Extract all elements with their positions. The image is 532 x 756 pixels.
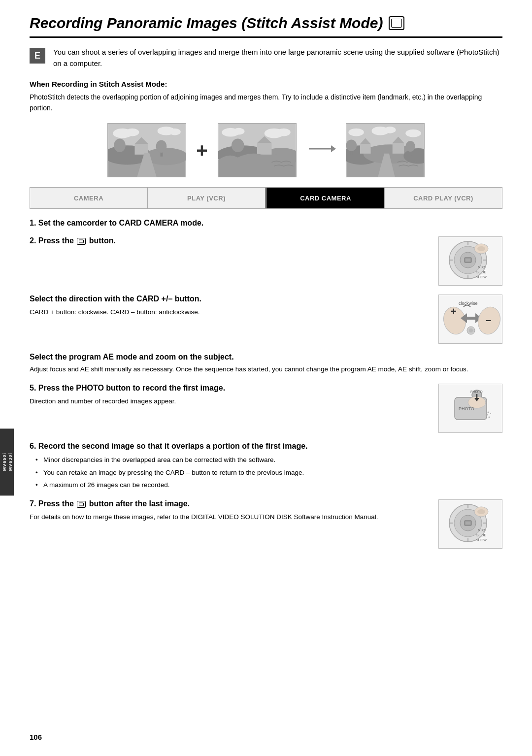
step-1-heading: 1. Set the camcorder to CARD CAMERA mode…: [30, 219, 502, 228]
svg-point-78: [490, 413, 491, 414]
step-6-bullets: Minor discrepancies in the overlapped ar…: [35, 455, 502, 491]
step-3-body: CARD + button: clockwise. CARD – button:…: [30, 307, 431, 318]
svg-text:SHOW: SHOW: [476, 538, 487, 542]
svg-rect-86: [466, 522, 470, 525]
when-recording-body: PhotoStitch detects the overlapping port…: [30, 92, 502, 113]
step-5-body: Direction and number of recorded images …: [30, 396, 431, 407]
mode-tabs: CAMERA PLAY (VCR) CARD CAMERA CARD PLAY …: [30, 187, 502, 209]
page-title: Recording Panoramic Images (Stitch Assis…: [30, 15, 502, 38]
svg-point-14: [169, 129, 181, 135]
stitch-end-icon: [77, 501, 86, 508]
svg-text:PHOTO: PHOTO: [470, 390, 483, 394]
svg-text:SHOW: SHOW: [476, 275, 487, 279]
intro-text: You can shoot a series of overlapping im…: [53, 47, 502, 69]
svg-text:–: –: [486, 314, 491, 325]
step-3-text: Select the direction with the CARD +/– b…: [30, 295, 431, 318]
step-2-heading: 2. Press the button.: [30, 236, 431, 245]
svg-point-76: [488, 416, 490, 418]
step-7-text: 7. Press the button after the last image…: [30, 499, 431, 523]
svg-rect-20: [257, 143, 271, 155]
page-number: 106: [30, 733, 42, 741]
step-7-heading: 7. Press the button after the last image…: [30, 499, 431, 508]
svg-point-44: [348, 129, 364, 136]
step-2-image: MIX/ SLIDE SHOW: [438, 236, 502, 286]
pano-arrow: [306, 140, 336, 161]
step-2-row: 2. Press the button. MIX/: [30, 236, 502, 286]
step-5: 5. Press the PHOTO button to record the …: [30, 384, 502, 433]
step-5-image: PHOTO PHOTO: [438, 384, 502, 433]
svg-rect-36: [360, 144, 371, 154]
step-5-heading: 5. Press the PHOTO button to record the …: [30, 384, 431, 393]
step-1: 1. Set the camcorder to CARD CAMERA mode…: [30, 219, 502, 228]
svg-point-43: [405, 141, 415, 152]
step-2: 2. Press the button. MIX/: [30, 236, 502, 286]
svg-point-27: [277, 129, 290, 136]
svg-text:SLIDE: SLIDE: [476, 270, 487, 274]
svg-point-41: [346, 140, 357, 152]
bullet-3: A maximum of 26 images can be recorded.: [35, 480, 502, 491]
step-3-image: + – clockwise: [438, 295, 502, 344]
svg-point-67: [469, 329, 473, 332]
tab-card-play-vcr[interactable]: CARD PLAY (VCR): [385, 188, 502, 208]
plus-sign: +: [196, 139, 207, 162]
step-3-heading: Select the direction with the CARD +/– b…: [30, 295, 431, 303]
svg-point-23: [232, 139, 244, 152]
camera-mode-icon: [389, 16, 404, 30]
svg-point-12: [126, 129, 139, 136]
pano-image-1: [107, 123, 186, 177]
svg-text:clockwise: clockwise: [459, 301, 478, 306]
svg-marker-29: [331, 145, 336, 152]
model-sidebar: MV650i MV630i Using a Memory Card: [0, 428, 14, 495]
model-label-mv650i: MV650i: [2, 453, 7, 471]
svg-point-25: [233, 128, 245, 135]
svg-point-8: [114, 139, 126, 152]
step-7-row: 7. Press the button after the last image…: [30, 499, 502, 549]
step-3-row: Select the direction with the CARD +/– b…: [30, 295, 502, 344]
tab-camera[interactable]: CAMERA: [30, 188, 148, 208]
step-3: Select the direction with the CARD +/– b…: [30, 295, 502, 344]
svg-point-77: [487, 411, 489, 413]
svg-text:MIX/: MIX/: [478, 265, 485, 269]
step-6-heading: 6. Record the second image so that it ov…: [30, 442, 502, 451]
using-memory-card-label: Using a Memory Card: [14, 432, 19, 488]
when-recording-heading: When Recording in Stitch Assist Mode:: [30, 80, 502, 88]
e-badge: E: [30, 48, 45, 64]
step-6: 6. Record the second image so that it ov…: [30, 442, 502, 491]
tab-card-camera[interactable]: CARD CAMERA: [267, 188, 385, 208]
intro-section: E You can shoot a series of overlapping …: [30, 47, 502, 69]
step-5-text: 5. Press the PHOTO button to record the …: [30, 384, 431, 407]
model-label-mv630i: MV630i: [8, 453, 13, 471]
step-5-row: 5. Press the PHOTO button to record the …: [30, 384, 502, 433]
step-2-text: 2. Press the button.: [30, 236, 431, 249]
svg-point-84: [477, 509, 485, 514]
svg-text:+: +: [451, 306, 457, 317]
svg-point-52: [477, 246, 485, 251]
panoramic-diagram: +: [30, 123, 502, 177]
step-4-heading: Select the program AE mode and zoom on t…: [30, 353, 502, 362]
bullet-1: Minor discrepancies in the overlapped ar…: [35, 455, 502, 465]
svg-text:SLIDE: SLIDE: [476, 533, 487, 537]
svg-rect-54: [466, 259, 470, 262]
step-7-image: MIX/ SLIDE SHOW: [438, 499, 502, 549]
svg-rect-38: [392, 143, 404, 154]
stitch-button-icon: [77, 238, 86, 245]
svg-point-10: [156, 140, 167, 153]
pano-image-2: [218, 123, 297, 177]
step-7: 7. Press the button after the last image…: [30, 499, 502, 549]
when-recording-section: When Recording in Stitch Assist Mode: Ph…: [30, 80, 502, 113]
bullet-2: You can retake an image by pressing the …: [35, 467, 502, 478]
svg-text:PHOTO: PHOTO: [459, 406, 474, 411]
step-4: Select the program AE mode and zoom on t…: [30, 353, 502, 375]
svg-text:MIX/: MIX/: [478, 528, 485, 532]
svg-point-47: [405, 130, 421, 137]
pano-image-result: [346, 123, 425, 177]
step-4-body: Adjust focus and AE shift manually as ne…: [30, 364, 502, 375]
step-7-body: For details on how to merge these images…: [30, 512, 431, 523]
tab-play-vcr[interactable]: PLAY (VCR): [148, 188, 266, 208]
svg-point-75: [486, 414, 488, 416]
svg-point-46: [384, 127, 396, 133]
